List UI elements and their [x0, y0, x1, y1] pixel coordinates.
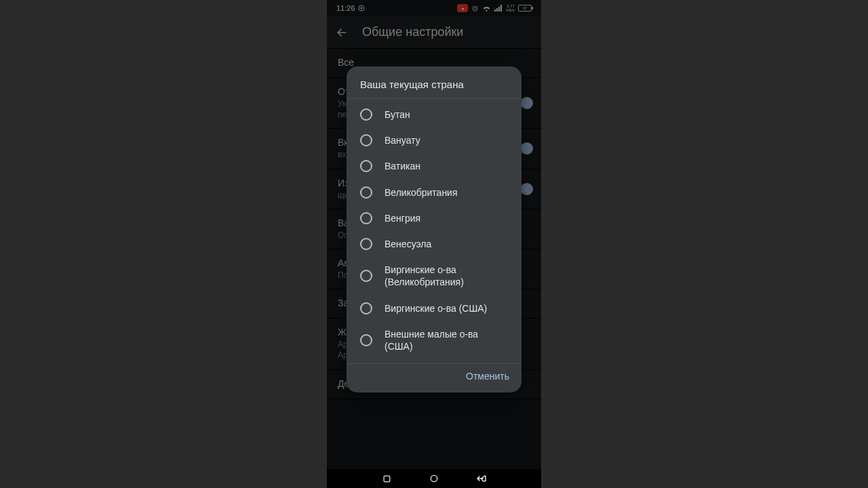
radio-icon: [360, 186, 372, 199]
country-option[interactable]: Внешние малые о-ва (США): [347, 321, 521, 359]
country-option[interactable]: Виргинские о-ва (Великобритания): [347, 257, 521, 295]
country-option[interactable]: Великобритания: [347, 180, 521, 205]
country-option[interactable]: Ватикан: [347, 153, 521, 179]
country-option-label: Венгрия: [384, 212, 508, 224]
dialog-actions: Отменить: [347, 363, 521, 392]
country-option-label: Венесуэла: [384, 238, 508, 250]
nav-back-button[interactable]: [475, 472, 488, 485]
phone-frame: 11:26 ● 3.77 KB/s 97 Общие настройки: [327, 0, 541, 488]
system-nav-bar: [327, 469, 541, 488]
radio-icon: [360, 270, 372, 282]
country-option[interactable]: Венгрия: [347, 205, 521, 231]
radio-icon: [360, 160, 372, 172]
country-option[interactable]: Бутан: [347, 102, 521, 127]
cancel-button[interactable]: Отменить: [466, 371, 509, 382]
radio-icon: [360, 334, 372, 346]
country-option[interactable]: Виргинские о-ва (США): [347, 296, 521, 321]
country-option[interactable]: Вануату: [347, 127, 521, 153]
country-option-label: Вануату: [384, 134, 508, 146]
radio-icon: [360, 108, 372, 121]
svg-rect-7: [384, 476, 390, 482]
radio-icon: [360, 238, 372, 250]
radio-icon: [360, 134, 372, 146]
radio-icon: [360, 302, 372, 314]
dialog-option-list[interactable]: БутанВануатуВатиканВеликобританияВенгрия…: [347, 99, 521, 363]
dialog-title: Ваша текущая страна: [347, 66, 521, 99]
country-option-label: Бутан: [384, 108, 508, 121]
country-option-label: Внешние малые о-ва (США): [384, 328, 508, 352]
country-dialog: Ваша текущая страна БутанВануатуВатиканВ…: [347, 66, 521, 392]
nav-home-button[interactable]: [428, 472, 440, 485]
country-option-label: Виргинские о-ва (Великобритания): [384, 264, 508, 288]
country-option-label: Ватикан: [384, 160, 508, 172]
radio-icon: [360, 212, 372, 224]
country-option[interactable]: Венесуэла: [347, 231, 521, 257]
country-option-label: Виргинские о-ва (США): [384, 302, 508, 314]
country-option-label: Великобритания: [384, 186, 508, 199]
svg-point-8: [431, 475, 437, 481]
nav-recent-button[interactable]: [380, 472, 393, 485]
